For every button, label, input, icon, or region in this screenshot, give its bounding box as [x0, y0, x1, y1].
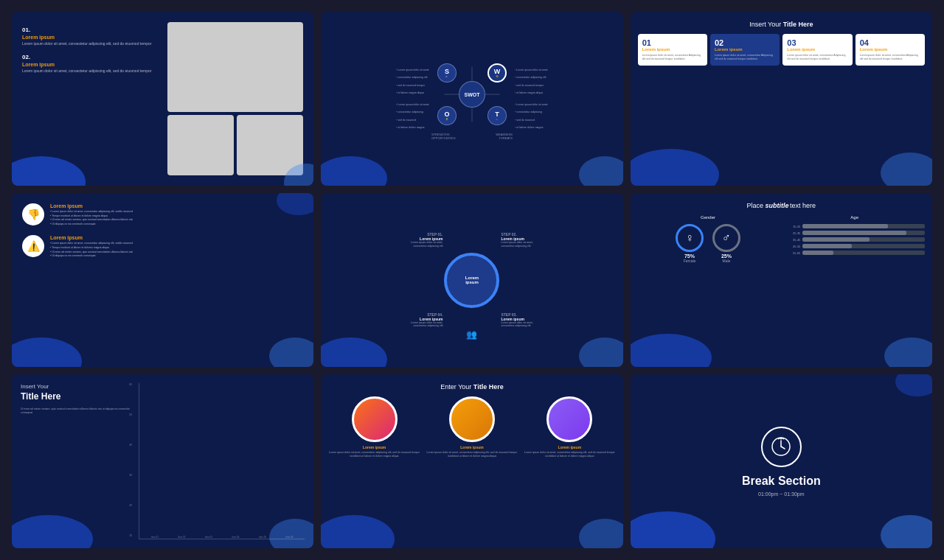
step-tl: STEP 01. Lorem ipsum Lorem ipsum dolor s…: [328, 232, 442, 251]
s7-title-line2: Title Here: [21, 391, 131, 402]
slide-8: Enter Your Title Here Lorem ipsum Lorem …: [321, 374, 622, 548]
female-label: Female: [684, 259, 696, 263]
s8-item2: Lorem ipsum Lorem ipsum dolor sit amet, …: [426, 396, 518, 458]
step-tr: STEP 02. Lorem ipsum Lorem ipsum dolor s…: [501, 232, 615, 251]
male-circle: ♂: [712, 224, 740, 252]
break-title: Break Section: [742, 475, 821, 488]
slide-6: Place subtitle text here Gender ♀ 75% Fe…: [631, 193, 932, 367]
s4-head2: Lorem ipsum: [50, 235, 133, 240]
age-title: Age: [784, 215, 925, 220]
svg-point-3: [780, 438, 782, 440]
s7-desc: Ut enim ad minim veniam, quis nostrud ex…: [21, 407, 131, 416]
step-icons: 👥: [444, 329, 499, 340]
step-center: Lorem ipsum: [444, 253, 499, 308]
s1-num1: 01.: [22, 27, 159, 33]
s3-card1: 01 Lorem ipsum Lorem ipsum dolor sit ame…: [638, 34, 707, 66]
slide-9: Break Section 01:00pm ~ 01:30pm: [631, 374, 932, 548]
swot-right-text: • Lorem ipsum dolor sit amet • consectet…: [515, 68, 548, 130]
slide-2: • Lorem ipsum dolor sit amet • consectet…: [321, 12, 622, 186]
s8-item3: Lorem ipsum Lorem ipsum dolor sit amet, …: [524, 396, 615, 458]
age-bar-2: 25-35: [784, 231, 925, 235]
age-bar-4: 45-55: [784, 244, 925, 248]
swot-s: S ⚙: [437, 63, 457, 83]
s4-icon2: ⚠️: [22, 235, 44, 257]
s7-title-line1: Insert Your: [21, 383, 131, 390]
female-circle: ♀: [676, 224, 704, 252]
swot-left-text: • Lorem ipsum dolor sit amet • consectet…: [396, 68, 429, 130]
s1-text1: Lorem ipsum dolor sit amet, consectetur …: [22, 41, 159, 46]
s8-item1: Lorem ipsum Lorem ipsum dolor sit amet, …: [328, 396, 420, 458]
s3-card4: 04 Lorem ipsum Lorem ipsum dolor sit ame…: [856, 34, 925, 66]
s1-text2: Lorem ipsum dolor sit amet, consectetur …: [22, 69, 159, 74]
swot-o: O 💡: [437, 106, 457, 125]
s1-num2: 02.: [22, 54, 159, 60]
s7-bars: Item 01 Item 02 Item 03 Item 04: [142, 480, 302, 539]
gender-title: Gender: [638, 215, 779, 220]
s3-card3: 03 Lorem ipsum Lorem ipsum dolor sit ame…: [782, 34, 852, 66]
swot-t: T ⚠: [487, 106, 507, 125]
female-pct: 75%: [684, 253, 695, 259]
slide-4: 👎 Lorem ipsum • Lorem ipsum dolor sit am…: [12, 193, 313, 367]
slide-7: Insert Your Title Here Ut enim ad minim …: [12, 374, 313, 548]
step-br: STEP 03. Lorem ipsum Lorem ipsum dolor s…: [501, 309, 615, 329]
swot-center: SWOT: [459, 81, 485, 108]
s6-title: Place subtitle text here: [638, 202, 925, 209]
s4-head1: Lorem ipsum: [50, 203, 133, 209]
slide-5: STEP 01. Lorem ipsum Lorem ipsum dolor s…: [321, 193, 622, 367]
slide-1: 01. Lorem ipsum Lorem ipsum dolor sit am…: [12, 12, 313, 186]
age-bar-5: 55-65: [784, 251, 925, 255]
step-bl: STEP 04. Lorem ipsum Lorem ipsum dolor s…: [328, 309, 442, 329]
s4-bullets1: • Lorem ipsum dolor sit amet, consectetu…: [50, 210, 133, 226]
slide-grid: 01. Lorem ipsum Lorem ipsum dolor sit am…: [12, 12, 932, 548]
male-label: Male: [723, 259, 731, 263]
male-pct: 25%: [721, 253, 732, 259]
clock-icon: [761, 427, 802, 467]
slide-3: Insert Your Title Here 01 Lorem ipsum Lo…: [631, 12, 932, 186]
age-bar-1: 15-25: [784, 224, 925, 228]
s1-head1: Lorem ipsum: [22, 35, 159, 40]
s3-card2: 02 Lorem ipsum Lorem ipsum dolor sit ame…: [710, 34, 780, 66]
age-bar-3: 35-45: [784, 237, 925, 242]
swot-w: W 👎: [487, 63, 507, 83]
s8-title: Enter Your Title Here: [328, 383, 615, 391]
s1-head2: Lorem ipsum: [22, 62, 159, 67]
svg-line-2: [781, 447, 785, 449]
break-time: 01:00pm ~ 01:30pm: [758, 491, 804, 497]
s3-title: Insert Your Title Here: [638, 21, 925, 28]
s4-icon1: 👎: [22, 203, 44, 225]
s4-bullets2: • Lorem ipsum dolor sit amet, consectetu…: [50, 242, 133, 258]
